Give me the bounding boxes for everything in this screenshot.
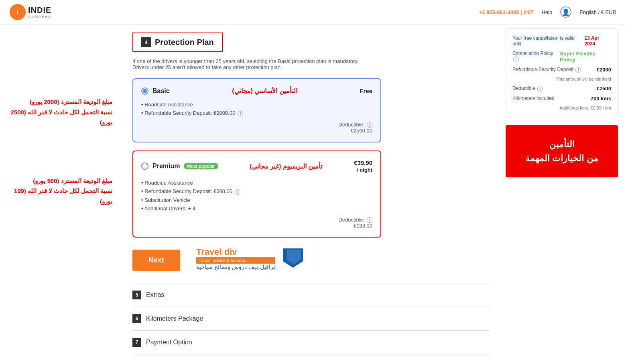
step-header: 4 Protection Plan <box>132 33 223 52</box>
basic-deductible: Deductible: i €2500.00 <box>141 122 372 134</box>
traveldiv-text-block: Travel div Tourist advice & lessons تراف… <box>196 247 275 270</box>
basic-plan-card[interactable]: Basic التأمين الأساسي (مجاني) Free Roads… <box>132 78 381 142</box>
step-7-number: 7 <box>132 338 141 347</box>
premium-plan-header: Premium Most popular تأمين البريميوم (غي… <box>141 159 372 173</box>
next-button[interactable]: Next <box>132 250 180 271</box>
kms-extra: Additional kms: €0.39 / km <box>512 106 611 110</box>
premium-deposit-annotation: مبلغ الوديعة المسترد (500 يورو) <box>8 176 112 186</box>
traveldiv-logo: Travel div Tourist advice & lessons تراف… <box>196 247 305 270</box>
basic-feature-1: Roadside Assistance <box>141 100 372 109</box>
step-title: Protection Plan <box>155 38 214 47</box>
premium-plan-card[interactable]: Premium Most popular تأمين البريميوم (غي… <box>132 150 381 238</box>
header: i iNDiE CAMPERS +1 855-661-3485 | 24/7 H… <box>0 0 626 24</box>
basic-arabic-name: التأمين الأساسي (مجاني) <box>232 87 297 95</box>
deductible-row: Deductible i €2500 <box>512 85 611 92</box>
warning-text: If one of the drivers is younger than 25… <box>132 58 373 70</box>
basic-plan-price: Free <box>360 87 372 94</box>
step-7-label: Payment Option <box>146 339 192 346</box>
traveldiv-main: Travel div <box>196 247 275 257</box>
premium-annotation: مبلغ الوديعة المسترد (500 يورو) نسبة الت… <box>8 176 112 207</box>
premium-feature-3: Substitution Vehicle <box>141 196 372 204</box>
traveldiv-icon <box>281 248 305 268</box>
header-right: +1 855-661-3485 | 24/7 Help 👤 English / … <box>479 6 616 18</box>
deductible-label: Deductible i <box>512 85 543 92</box>
premium-deductible-info-icon[interactable]: i <box>367 217 372 223</box>
step-6-label: Kilometers Package <box>146 315 203 322</box>
basic-plan-name: Basic <box>152 87 170 95</box>
basic-plan-features: Roadside Assistance Refundable Security … <box>141 100 372 118</box>
premium-plan-left: Premium Most popular <box>141 163 218 170</box>
premium-plan-price: €39.90 / night <box>354 159 372 173</box>
step-7-item[interactable]: 7 Payment Option <box>132 331 490 354</box>
premium-feature-2: Refundable Security Deposit: €500.00 i <box>141 187 372 196</box>
sidebar-summary-card: Your free cancellation is valid until 13… <box>506 28 618 117</box>
deposit-row: Refundable Security Deposit i €2000 <box>512 67 611 73</box>
deposit-note: This amount will be withheld <box>512 77 611 81</box>
cancellation-date: 13 Apr 2024 <box>584 35 611 47</box>
premium-radio-button[interactable] <box>141 163 148 170</box>
step-6-number: 6 <box>132 314 141 323</box>
policy-info-icon[interactable]: i <box>513 57 519 62</box>
traveldiv-arabic: ترافيل ديف دروس ونصائح سياحية <box>196 264 275 270</box>
premium-deductible: Deductible: i €199.00 <box>141 217 372 229</box>
basic-plan-left: Basic <box>141 87 170 95</box>
policy-value: Super Flexible Policy <box>560 51 611 63</box>
premium-arabic-name: تأمين البريميوم (غير مجاني) <box>250 163 322 170</box>
main-layout: مبلغ الوديعة المسترد (2000 يورو) نسبة ال… <box>0 24 626 362</box>
deductible-info-icon[interactable]: i <box>367 122 372 128</box>
basic-deposit-annotation: مبلغ الوديعة المسترد (2000 يورو) <box>8 97 112 107</box>
basic-radio-button[interactable] <box>141 87 148 95</box>
logo-text-block: iNDiE CAMPERS <box>28 6 52 19</box>
logo-icon: i <box>10 4 26 20</box>
policy-label: Cancellation Policy i <box>512 51 560 62</box>
basic-plan-header: Basic التأمين الأساسي (مجاني) Free <box>141 87 372 95</box>
deposit-label: Refundable Security Deposit i <box>512 67 581 73</box>
step-6-item[interactable]: 6 Kilometers Package <box>132 307 490 331</box>
user-icon[interactable]: 👤 <box>560 6 571 18</box>
logo-sub: CAMPERS <box>28 15 52 19</box>
insurance-promo-line1: التأمين <box>514 137 610 151</box>
insurance-promo-line2: من الخيارات المهمة <box>514 151 610 165</box>
step-5-label: Extras <box>146 291 164 299</box>
center-content: 4 Protection Plan If one of the drivers … <box>120 24 502 362</box>
basic-deductible-annotation: نسبة التحمل لكل حادث لا قدر الله (2500 ي… <box>8 107 112 128</box>
policy-row: Cancellation Policy i Super Flexible Pol… <box>512 51 611 63</box>
lower-steps: 5 Extras 6 Kilometers Package 7 Payment … <box>132 283 490 354</box>
left-annotations: مبلغ الوديعة المسترد (2000 يورو) نسبة ال… <box>0 24 120 362</box>
phone-number[interactable]: +1 855-661-3485 | 24/7 <box>479 9 534 15</box>
premium-deposit-info-icon[interactable]: i <box>235 189 240 195</box>
kms-label: Kilometers included <box>512 96 555 101</box>
premium-plan-features: Roadside Assistance Refundable Security … <box>141 179 372 213</box>
basic-feature-2: Refundable Security Deposit: €2000.00 i <box>141 109 372 118</box>
step-number: 4 <box>141 37 151 47</box>
traveldiv-svg <box>281 248 305 268</box>
help-link[interactable]: Help <box>541 9 552 15</box>
kms-row: Kilometers included 700 kms <box>512 96 611 102</box>
premium-plan-name: Premium <box>152 163 180 170</box>
logo-text: iNDiE <box>28 6 51 14</box>
traveldiv-sub: Tourist advice & lessons <box>196 257 275 264</box>
premium-deductible-annotation: نسبة التحمل لكل حادث لا قدر الله (199 يو… <box>8 186 112 206</box>
premium-feature-1: Roadside Assistance <box>141 179 372 187</box>
logo-area: i iNDiE CAMPERS <box>10 4 52 20</box>
cancellation-label: Your free cancellation is valid until <box>512 35 584 47</box>
deductible-value: €2500 <box>597 85 611 92</box>
premium-feature-4: Additional Drivers: + 4 <box>141 204 372 213</box>
step-5-item[interactable]: 5 Extras <box>132 283 490 307</box>
insurance-promo: التأمين من الخيارات المهمة <box>506 125 618 177</box>
cancellation-row: Your free cancellation is valid until 13… <box>512 35 611 47</box>
basic-annotation: مبلغ الوديعة المسترد (2000 يورو) نسبة ال… <box>8 97 112 128</box>
deposit-value: €2000 <box>597 67 611 73</box>
language-selector[interactable]: English / € EUR <box>579 9 616 15</box>
right-sidebar: Your free cancellation is valid until 13… <box>502 24 626 362</box>
sidebar-deposit-info-icon[interactable]: i <box>575 67 581 73</box>
deposit-info-icon[interactable]: i <box>238 111 243 116</box>
most-popular-badge: Most popular <box>184 163 218 169</box>
sidebar-deductible-info-icon[interactable]: i <box>537 86 543 92</box>
kms-value: 700 kms <box>591 96 611 102</box>
step-5-number: 5 <box>132 291 141 299</box>
next-row: Next Travel div Tourist advice & lessons… <box>132 246 490 271</box>
